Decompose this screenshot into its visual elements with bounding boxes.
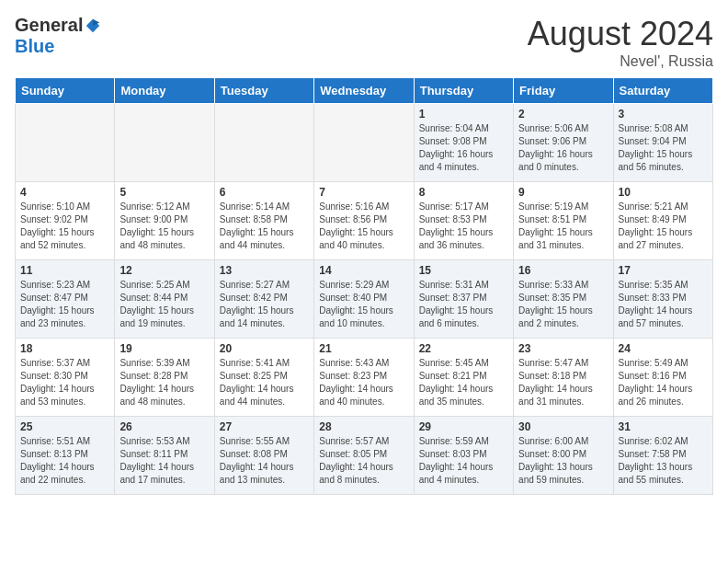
cell-content: Sunrise: 5:08 AM Sunset: 9:04 PM Dayligh… bbox=[619, 122, 708, 174]
cell-content: Sunrise: 5:35 AM Sunset: 8:33 PM Dayligh… bbox=[619, 279, 708, 330]
weekday-header-thursday: Thursday bbox=[414, 78, 513, 104]
day-number: 7 bbox=[319, 186, 408, 199]
calendar-cell: 31Sunrise: 6:02 AM Sunset: 7:58 PM Dayli… bbox=[613, 417, 712, 495]
month-year-title: August 2024 bbox=[528, 15, 713, 53]
calendar-cell: 22Sunrise: 5:45 AM Sunset: 8:21 PM Dayli… bbox=[414, 339, 513, 417]
day-number: 5 bbox=[119, 186, 209, 199]
day-number: 3 bbox=[619, 108, 708, 121]
cell-content: Sunrise: 5:27 AM Sunset: 8:42 PM Dayligh… bbox=[220, 279, 309, 330]
cell-content: Sunrise: 5:57 AM Sunset: 8:05 PM Dayligh… bbox=[319, 435, 408, 487]
cell-content: Sunrise: 5:06 AM Sunset: 9:06 PM Dayligh… bbox=[518, 122, 608, 174]
day-number: 30 bbox=[518, 420, 608, 433]
day-number: 10 bbox=[619, 186, 708, 199]
calendar-cell bbox=[214, 104, 313, 182]
calendar-cell: 7Sunrise: 5:16 AM Sunset: 8:56 PM Daylig… bbox=[314, 182, 414, 260]
day-number: 19 bbox=[119, 342, 209, 355]
day-number: 18 bbox=[20, 342, 109, 355]
cell-content: Sunrise: 5:19 AM Sunset: 8:51 PM Dayligh… bbox=[518, 201, 608, 252]
day-number: 25 bbox=[20, 420, 109, 433]
calendar-cell: 20Sunrise: 5:41 AM Sunset: 8:25 PM Dayli… bbox=[214, 339, 313, 417]
cell-content: Sunrise: 5:53 AM Sunset: 8:11 PM Dayligh… bbox=[119, 435, 209, 487]
day-number: 31 bbox=[619, 420, 708, 433]
day-number: 21 bbox=[319, 342, 408, 355]
calendar-cell: 28Sunrise: 5:57 AM Sunset: 8:05 PM Dayli… bbox=[314, 417, 414, 495]
calendar-cell: 29Sunrise: 5:59 AM Sunset: 8:03 PM Dayli… bbox=[414, 417, 513, 495]
day-number: 29 bbox=[419, 420, 508, 433]
calendar-cell: 9Sunrise: 5:19 AM Sunset: 8:51 PM Daylig… bbox=[514, 182, 613, 260]
cell-content: Sunrise: 6:02 AM Sunset: 7:58 PM Dayligh… bbox=[619, 435, 708, 487]
cell-content: Sunrise: 5:33 AM Sunset: 8:35 PM Dayligh… bbox=[518, 279, 608, 330]
day-number: 20 bbox=[220, 342, 309, 355]
day-number: 26 bbox=[119, 420, 209, 433]
calendar-cell: 21Sunrise: 5:43 AM Sunset: 8:23 PM Dayli… bbox=[314, 339, 414, 417]
cell-content: Sunrise: 5:49 AM Sunset: 8:16 PM Dayligh… bbox=[619, 357, 708, 408]
day-number: 8 bbox=[419, 186, 508, 199]
logo: General Blue bbox=[15, 15, 101, 57]
day-number: 16 bbox=[518, 264, 608, 277]
calendar-cell: 18Sunrise: 5:37 AM Sunset: 8:30 PM Dayli… bbox=[16, 339, 115, 417]
calendar-cell: 24Sunrise: 5:49 AM Sunset: 8:16 PM Dayli… bbox=[613, 339, 712, 417]
cell-content: Sunrise: 5:14 AM Sunset: 8:58 PM Dayligh… bbox=[220, 201, 309, 252]
cell-content: Sunrise: 5:59 AM Sunset: 8:03 PM Dayligh… bbox=[419, 435, 508, 487]
title-block: August 2024 Nevel', Russia bbox=[528, 15, 713, 70]
calendar-cell bbox=[314, 104, 414, 182]
page-header: General Blue August 2024 Nevel', Russia bbox=[15, 15, 713, 70]
calendar-cell bbox=[115, 104, 214, 182]
day-number: 2 bbox=[518, 108, 608, 121]
day-number: 28 bbox=[319, 420, 408, 433]
cell-content: Sunrise: 5:43 AM Sunset: 8:23 PM Dayligh… bbox=[319, 357, 408, 408]
day-number: 14 bbox=[319, 264, 408, 277]
day-number: 23 bbox=[518, 342, 608, 355]
calendar-cell: 27Sunrise: 5:55 AM Sunset: 8:08 PM Dayli… bbox=[214, 417, 313, 495]
weekday-header-friday: Friday bbox=[514, 78, 613, 104]
calendar-cell: 11Sunrise: 5:23 AM Sunset: 8:47 PM Dayli… bbox=[16, 260, 115, 339]
weekday-header-saturday: Saturday bbox=[613, 78, 712, 104]
calendar-cell: 3Sunrise: 5:08 AM Sunset: 9:04 PM Daylig… bbox=[613, 104, 712, 182]
calendar-cell: 13Sunrise: 5:27 AM Sunset: 8:42 PM Dayli… bbox=[214, 260, 313, 339]
cell-content: Sunrise: 5:16 AM Sunset: 8:56 PM Dayligh… bbox=[319, 201, 408, 252]
calendar-cell: 8Sunrise: 5:17 AM Sunset: 8:53 PM Daylig… bbox=[414, 182, 513, 260]
cell-content: Sunrise: 6:00 AM Sunset: 8:00 PM Dayligh… bbox=[518, 435, 608, 487]
cell-content: Sunrise: 5:21 AM Sunset: 8:49 PM Dayligh… bbox=[619, 201, 708, 252]
cell-content: Sunrise: 5:51 AM Sunset: 8:13 PM Dayligh… bbox=[20, 435, 109, 487]
location-subtitle: Nevel', Russia bbox=[528, 53, 713, 70]
cell-content: Sunrise: 5:47 AM Sunset: 8:18 PM Dayligh… bbox=[518, 357, 608, 408]
calendar-cell: 16Sunrise: 5:33 AM Sunset: 8:35 PM Dayli… bbox=[514, 260, 613, 339]
day-number: 27 bbox=[220, 420, 309, 433]
cell-content: Sunrise: 5:10 AM Sunset: 9:02 PM Dayligh… bbox=[20, 201, 109, 252]
calendar-table: SundayMondayTuesdayWednesdayThursdayFrid… bbox=[15, 77, 713, 495]
cell-content: Sunrise: 5:12 AM Sunset: 9:00 PM Dayligh… bbox=[119, 201, 209, 252]
calendar-cell bbox=[16, 104, 115, 182]
calendar-week-row: 11Sunrise: 5:23 AM Sunset: 8:47 PM Dayli… bbox=[16, 260, 713, 339]
cell-content: Sunrise: 5:55 AM Sunset: 8:08 PM Dayligh… bbox=[220, 435, 309, 487]
day-number: 24 bbox=[619, 342, 708, 355]
cell-content: Sunrise: 5:45 AM Sunset: 8:21 PM Dayligh… bbox=[419, 357, 508, 408]
day-number: 22 bbox=[419, 342, 508, 355]
calendar-cell: 17Sunrise: 5:35 AM Sunset: 8:33 PM Dayli… bbox=[613, 260, 712, 339]
calendar-week-row: 25Sunrise: 5:51 AM Sunset: 8:13 PM Dayli… bbox=[16, 417, 713, 495]
day-number: 6 bbox=[220, 186, 309, 199]
calendar-cell: 4Sunrise: 5:10 AM Sunset: 9:02 PM Daylig… bbox=[16, 182, 115, 260]
day-number: 1 bbox=[419, 108, 508, 121]
day-number: 17 bbox=[619, 264, 708, 277]
calendar-cell: 12Sunrise: 5:25 AM Sunset: 8:44 PM Dayli… bbox=[115, 260, 214, 339]
cell-content: Sunrise: 5:25 AM Sunset: 8:44 PM Dayligh… bbox=[119, 279, 209, 330]
calendar-cell: 14Sunrise: 5:29 AM Sunset: 8:40 PM Dayli… bbox=[314, 260, 414, 339]
calendar-cell: 5Sunrise: 5:12 AM Sunset: 9:00 PM Daylig… bbox=[115, 182, 214, 260]
day-number: 12 bbox=[119, 264, 209, 277]
calendar-cell: 23Sunrise: 5:47 AM Sunset: 8:18 PM Dayli… bbox=[514, 339, 613, 417]
calendar-cell: 15Sunrise: 5:31 AM Sunset: 8:37 PM Dayli… bbox=[414, 260, 513, 339]
day-number: 13 bbox=[220, 264, 309, 277]
logo-icon bbox=[85, 17, 101, 34]
cell-content: Sunrise: 5:23 AM Sunset: 8:47 PM Dayligh… bbox=[20, 279, 109, 330]
calendar-cell: 2Sunrise: 5:06 AM Sunset: 9:06 PM Daylig… bbox=[514, 104, 613, 182]
day-number: 11 bbox=[20, 264, 109, 277]
day-number: 9 bbox=[518, 186, 608, 199]
cell-content: Sunrise: 5:04 AM Sunset: 9:08 PM Dayligh… bbox=[419, 122, 508, 174]
day-number: 4 bbox=[20, 186, 109, 199]
calendar-week-row: 18Sunrise: 5:37 AM Sunset: 8:30 PM Dayli… bbox=[16, 339, 713, 417]
weekday-header-monday: Monday bbox=[115, 78, 214, 104]
weekday-header-sunday: Sunday bbox=[16, 78, 115, 104]
cell-content: Sunrise: 5:17 AM Sunset: 8:53 PM Dayligh… bbox=[419, 201, 508, 252]
calendar-cell: 1Sunrise: 5:04 AM Sunset: 9:08 PM Daylig… bbox=[414, 104, 513, 182]
